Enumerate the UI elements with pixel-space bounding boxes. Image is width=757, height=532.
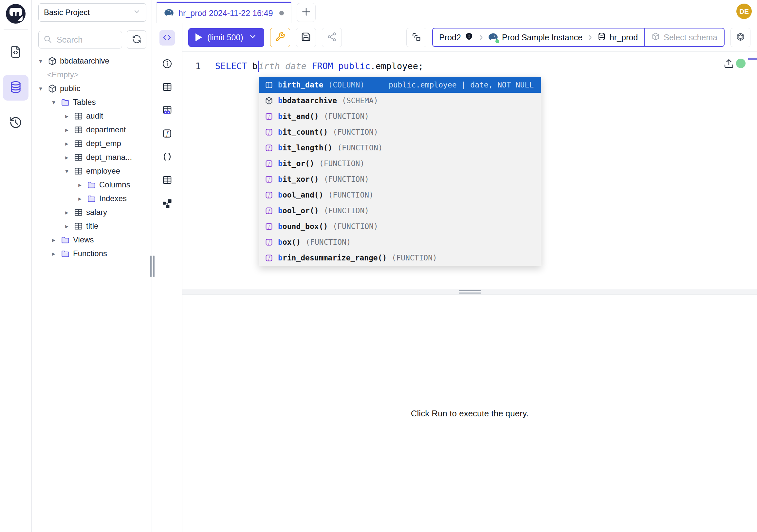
editor-views-button[interactable] <box>161 175 173 186</box>
add-tab-button[interactable] <box>297 3 316 22</box>
tree-caret-icon[interactable]: ▸ <box>63 112 71 120</box>
unsaved-dot-icon <box>279 11 284 16</box>
tree-caret-icon[interactable]: ▸ <box>63 222 71 230</box>
autocomplete-item[interactable]: f bool_and() (FUNCTION) <box>259 187 541 203</box>
rail-history-button[interactable] <box>3 110 28 136</box>
share-icon <box>327 32 337 43</box>
tree-item[interactable]: ▾ public <box>32 81 152 95</box>
editor-table-search-button[interactable] <box>161 105 173 116</box>
autocomplete-item[interactable]: f brin_desummarize_range() (FUNCTION) <box>259 250 541 266</box>
share-button[interactable] <box>322 28 342 47</box>
format-sql-button[interactable] <box>270 28 290 47</box>
tree-item[interactable]: ▸ dept_emp <box>32 137 152 150</box>
dot-token: . <box>370 60 376 73</box>
autocomplete-item[interactable]: f bit_length() (FUNCTION) <box>259 140 541 156</box>
tree-caret-icon[interactable]: ▾ <box>37 57 44 65</box>
code-panel-toggle[interactable] <box>160 30 175 46</box>
tree-item[interactable]: ▸ audit <box>32 109 152 123</box>
tree-caret-icon[interactable]: ▸ <box>63 154 71 161</box>
tree-caret-icon[interactable]: ▸ <box>63 209 71 216</box>
tree-caret-icon[interactable]: ▾ <box>63 168 71 175</box>
tree-item[interactable]: ▾ Tables <box>32 95 152 109</box>
autocomplete-item[interactable]: birth_date (COLUMN) public.employee | da… <box>259 77 541 93</box>
tree-item[interactable]: ▸ department <box>32 123 152 137</box>
tree-caret-icon[interactable]: ▸ <box>76 195 83 203</box>
tree-item[interactable]: ▸ Columns <box>32 178 152 192</box>
tree-node-label: salary <box>86 208 107 217</box>
completion-kind-icon: f <box>264 143 274 153</box>
tree-item[interactable]: ▸ dept_mana... <box>32 150 152 164</box>
shield-alert-icon <box>465 32 473 43</box>
tree-item[interactable]: ▸ salary <box>32 205 152 219</box>
completion-kind-icon: f <box>264 237 274 247</box>
tree-caret-icon[interactable]: ▸ <box>63 140 71 147</box>
tree-item[interactable]: ▸ Functions <box>32 247 152 261</box>
schema-selector[interactable]: Select schema <box>644 28 724 46</box>
tree-item[interactable]: <Empty> <box>32 68 152 81</box>
chevron-right-icon <box>586 34 593 41</box>
autocomplete-item[interactable]: f bound_box() (FUNCTION) <box>259 218 541 234</box>
rail-database-button[interactable] <box>3 75 28 101</box>
tab-hr-prod[interactable]: hr_prod 2024-11-22 16:49 <box>157 2 291 23</box>
refresh-button[interactable] <box>127 30 146 49</box>
editor-parentheses-button[interactable] <box>161 152 173 163</box>
line-number: 1 <box>182 60 215 73</box>
autocomplete-item[interactable]: bbdataarchive (SCHEMA) <box>259 93 541 109</box>
tree-node-icon <box>73 221 83 231</box>
tree-caret-icon[interactable]: ▸ <box>76 181 83 189</box>
autocomplete-item[interactable]: f bool_or() (FUNCTION) <box>259 203 541 218</box>
tree-node-icon <box>73 125 83 135</box>
chevron-right-icon <box>477 34 485 41</box>
editor-info-button[interactable] <box>161 59 173 70</box>
tree-item[interactable]: ▸ title <box>32 219 152 233</box>
run-query-button[interactable]: (limit 500) <box>188 28 264 47</box>
autocomplete-item[interactable]: f bit_count() (FUNCTION) <box>259 124 541 140</box>
rail-worksheet-button[interactable] <box>3 40 28 65</box>
sidebar-resize-handle[interactable] <box>150 256 155 277</box>
project-selector[interactable]: Basic Project <box>38 3 146 22</box>
tree-caret-icon[interactable]: ▸ <box>63 126 71 134</box>
tab-bar: hr_prod 2024-11-22 16:49 DE <box>152 0 757 23</box>
tree-item[interactable]: ▸ Indexes <box>32 192 152 205</box>
editor-overview-strip[interactable] <box>748 52 757 289</box>
tree-node-label: dept_mana... <box>86 153 132 162</box>
svg-text:f: f <box>166 130 169 137</box>
tree-node-icon <box>73 166 83 176</box>
sql-editor[interactable]: 1 SELECTbirth_dateFROMpublic.employee; b… <box>182 52 757 289</box>
save-icon <box>301 32 311 43</box>
database-selector[interactable]: Prod2 <box>433 28 644 46</box>
table-search-icon <box>162 105 172 117</box>
editor-tables-button[interactable] <box>161 82 173 93</box>
autocomplete-item[interactable]: f bit_or() (FUNCTION) <box>259 156 541 171</box>
search-input[interactable] <box>56 35 117 45</box>
tree-caret-icon[interactable]: ▾ <box>37 85 44 92</box>
svg-text:f: f <box>268 161 270 166</box>
upload-sql-button[interactable] <box>724 58 734 70</box>
completion-name: bit_or() <box>278 159 314 168</box>
editor-schema-diagram-button[interactable] <box>161 198 173 209</box>
tree-item[interactable]: ▸ Views <box>32 233 152 247</box>
chevron-down-icon[interactable] <box>249 32 257 43</box>
panel-resize-handle[interactable] <box>182 289 757 295</box>
ai-assistant-button[interactable] <box>731 28 750 47</box>
autocomplete-item[interactable]: f bit_and() (FUNCTION) <box>259 109 541 124</box>
tree-caret-icon[interactable]: ▸ <box>50 250 57 258</box>
bytebase-logo-icon[interactable] <box>5 3 26 24</box>
completion-name: bool_and() <box>278 191 323 199</box>
tree-item[interactable]: ▾ bbdataarchive <box>32 54 152 68</box>
save-button[interactable] <box>296 28 316 47</box>
tree-node-label: Indexes <box>99 194 127 203</box>
editor-functions-button[interactable]: f <box>161 128 173 140</box>
user-avatar[interactable]: DE <box>736 4 752 19</box>
autocomplete-item[interactable]: f bit_xor() (FUNCTION) <box>259 171 541 187</box>
sql-editor-app: Basic Project <box>0 0 757 532</box>
tree-node-icon <box>73 152 83 162</box>
batch-query-button[interactable] <box>406 28 426 47</box>
autocomplete-item[interactable]: f box() (FUNCTION) <box>259 234 541 250</box>
autocomplete-popup: birth_date (COLUMN) public.employee | da… <box>259 77 541 266</box>
tree-caret-icon[interactable]: ▸ <box>50 236 57 244</box>
tree-node-icon <box>60 97 70 107</box>
tree-caret-icon[interactable]: ▾ <box>50 99 57 106</box>
tree-item[interactable]: ▾ employee <box>32 164 152 178</box>
match-prefix: b <box>278 143 283 152</box>
